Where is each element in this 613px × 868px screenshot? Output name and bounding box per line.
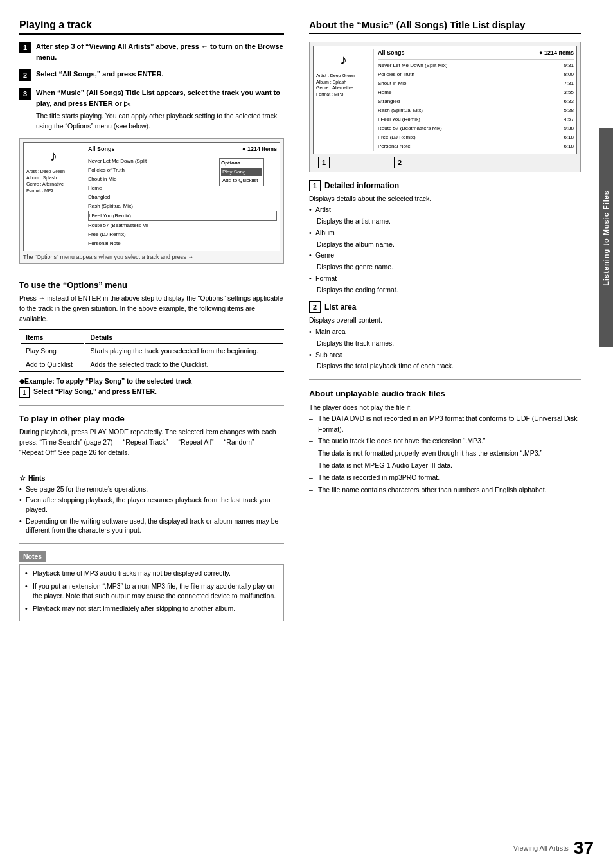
right-track-1: Never Let Me Down (Split Mix)9:31 — [378, 61, 574, 70]
right-track-5: Strangled6:33 — [378, 97, 574, 106]
unplayable-item-1: The DATA DVD is not recorded in an MP3 f… — [309, 413, 581, 435]
detailed-info-section: 1 Detailed information Displays details … — [309, 180, 581, 296]
example-step: 1 Select “Play Song,” and press ENTER. — [19, 387, 284, 398]
options-play-song: Play Song — [221, 168, 262, 176]
divider-2 — [19, 405, 284, 406]
example-step-num: 1 — [19, 387, 30, 398]
unplayable-item-4: The data is not MPEG-1 Audio Layer III d… — [309, 460, 581, 471]
notes-content: Playback time of MP3 audio tracks may no… — [19, 564, 284, 621]
right-track-9: Free (DJ Remix)6:18 — [378, 133, 574, 142]
note-item-3: Playback may not start immediately after… — [25, 604, 278, 614]
detail-artist-sub: Displays the artist name. — [309, 217, 581, 227]
unplayable-text: The player does not play the file if: Th… — [309, 402, 581, 495]
table-header-details: Details — [85, 332, 283, 344]
hint-item-1: See page 25 for the remote’s operations. — [19, 484, 284, 494]
example-title: ◆Example: To apply “Play Song” to the se… — [19, 377, 284, 385]
note-item-1: Playback time of MP3 audio tracks may no… — [25, 569, 278, 579]
detail-album-label: Album — [309, 228, 581, 238]
play-mode-title: To play in other play mode — [19, 414, 284, 423]
unplayable-item-5: The data is recorded in mp3PRO format. — [309, 472, 581, 483]
detailed-info-title: Detailed information — [324, 181, 399, 190]
list-main-area-sub: Displays the track names. — [309, 339, 581, 349]
step-3-text: When “Music” (All Songs) Title List appe… — [36, 87, 284, 109]
options-popup: Options Play Song Add to Quicklist — [219, 158, 264, 186]
sidebar-tab-text: Listening to Music Files — [602, 190, 610, 286]
list-area-text: Displays overall content. Main area Disp… — [309, 315, 581, 371]
right-section-title: About the “Music” (All Songs) Title List… — [309, 19, 581, 34]
music-note-icon: ♪ — [26, 146, 81, 166]
table-cell-item-2: Add to Quicklist — [21, 359, 84, 370]
callout-2: 2 — [394, 157, 405, 168]
track-row-7: I Feel You (Remix) — [88, 211, 277, 221]
step-3-subtext: The title starts playing. You can apply … — [36, 111, 284, 132]
right-screen-track-list: All Songs ● 1214 Items Never Let Me Down… — [374, 49, 574, 151]
hints-title: ☆ Hints — [19, 474, 284, 482]
example-box: ◆Example: To apply “Play Song” to the se… — [19, 377, 284, 398]
detail-format-label: Format — [309, 274, 581, 284]
table-row: Add to Quicklist Adds the selected track… — [21, 359, 283, 370]
detail-genre-label: Genre — [309, 251, 581, 261]
track-row-8: Route 57 (Beatmasters Mi — [88, 221, 277, 230]
list-sub-area-label: Sub area — [309, 350, 581, 360]
unplayable-intro: The player does not play the file if: — [309, 402, 581, 413]
divider-4 — [19, 543, 284, 544]
right-screen-detail: Artist : Deep GreenAlbum : SplashGenre :… — [316, 73, 355, 98]
note-item-2: If you put an extension “.MP3” to a non-… — [25, 581, 278, 602]
options-add-quicklist: Add to Quicklist — [221, 176, 262, 184]
right-music-note-icon: ♪ — [316, 50, 371, 70]
step-num-3: 3 — [19, 88, 31, 100]
detail-genre-sub: Displays the genre name. — [309, 262, 581, 272]
right-track-3: Shout in Mio7:31 — [378, 79, 574, 88]
table-cell-detail-2: Adds the selected track to the Quicklist… — [85, 359, 283, 370]
track-row-10: Personal Note — [88, 239, 277, 248]
step-num-1: 1 — [19, 42, 31, 53]
right-track-6: Rash (Spiritual Mix)5:28 — [378, 106, 574, 115]
right-screen-mockup: ♪ Artist : Deep GreenAlbum : SplashGenre… — [309, 42, 581, 172]
play-mode-text: During playback, press PLAY MODE repeate… — [19, 427, 284, 457]
step-2-text: Select “All Songs,” and press ENTER. — [36, 69, 164, 80]
screen-header: All Songs ● 1214 Items — [88, 145, 277, 156]
screen-item-count: ● 1214 Items — [242, 145, 277, 154]
detailed-info-text: Displays details about the selected trac… — [309, 194, 581, 296]
list-area-num: 2 — [309, 301, 321, 313]
options-table: Items Details Play Song Starts playing t… — [19, 329, 284, 372]
detailed-info-header: 1 Detailed information — [309, 180, 581, 191]
track-row-9: Free (DJ Remix) — [88, 230, 277, 239]
detailed-info-desc: Displays details about the selected trac… — [309, 194, 581, 204]
step-2: 2 Select “All Songs,” and press ENTER. — [19, 69, 284, 81]
list-area-section: 2 List area Displays overall content. Ma… — [309, 301, 581, 371]
unplayable-item-2: The audio track file does not have the e… — [309, 436, 581, 447]
detail-album-sub: Displays the album name. — [309, 240, 581, 250]
right-track-2: Policies of Truth8:00 — [378, 70, 574, 79]
detail-format-sub: Displays the coding format. — [309, 285, 581, 296]
list-area-header: 2 List area — [309, 301, 581, 313]
track-row-6: Rash (Spiritual Mix) — [88, 202, 277, 211]
divider-3 — [19, 466, 284, 466]
list-area-desc: Displays overall content. — [309, 315, 581, 326]
right-screen-left-info: ♪ Artist : Deep GreenAlbum : SplashGenre… — [316, 49, 374, 151]
screen-title: All Songs — [88, 145, 115, 154]
table-cell-detail-1: Starts playing the track you selected fr… — [85, 345, 283, 357]
step-1: 1 After step 3 of “Viewing All Artists” … — [19, 41, 284, 62]
right-track-8: Route 57 (Beatmasters Mix)9:38 — [378, 124, 574, 133]
step-3: 3 When “Music” (All Songs) Title List ap… — [19, 87, 284, 132]
unplayable-section: About unplayable audio track files The p… — [309, 389, 581, 495]
hint-item-3: Depending on the writing software used, … — [19, 517, 284, 535]
detail-artist-label: Artist — [309, 205, 581, 215]
right-track-10: Personal Note6:18 — [378, 142, 574, 151]
screen-caption: The “Options” menu appears when you sele… — [23, 254, 280, 260]
notes-label: Notes — [19, 551, 46, 562]
notes-section: Notes Playback time of MP3 audio tracks … — [19, 551, 284, 621]
footer-page-num: 37 — [574, 838, 594, 858]
right-screen-header: All Songs ● 1214 Items — [378, 49, 574, 60]
unplayable-item-3: The data is not formatted properly even … — [309, 448, 581, 459]
example-step-text: Select “Play Song,” and press ENTER. — [33, 387, 157, 395]
options-popup-title: Options — [221, 160, 262, 166]
divider-1 — [19, 272, 284, 272]
page-footer: Viewing All Artists 37 — [513, 838, 594, 858]
screen-left-info: ♪ Artist : Deep GreenAlbum : SplashGenre… — [26, 145, 84, 249]
detailed-info-num: 1 — [309, 180, 321, 191]
section-title-playing: Playing a track — [19, 19, 284, 35]
table-header-items: Items — [21, 332, 84, 344]
track-row-5: Strangled — [88, 193, 277, 202]
